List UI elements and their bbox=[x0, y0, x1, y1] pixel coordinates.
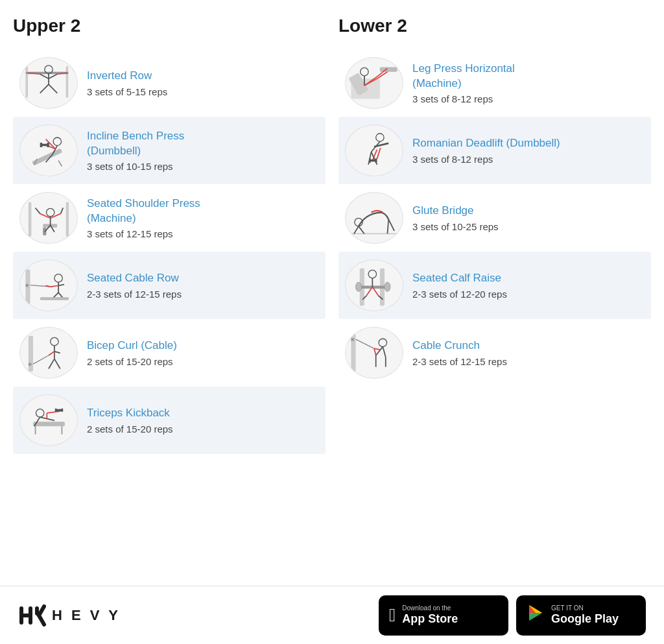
svg-line-5 bbox=[40, 74, 49, 78]
store-buttons:  Download on the App Store bbox=[379, 595, 646, 636]
exercise-leg-press: Leg Press Horizontal(Machine) 3 sets of … bbox=[338, 49, 651, 117]
exercise-shoulder-press: Seated Shoulder Press(Machine) 3 sets of… bbox=[13, 184, 326, 252]
glute-bridge-sets: 3 sets of 10-25 reps bbox=[412, 221, 499, 232]
glute-bridge-info: Glute Bridge 3 sets of 10-25 reps bbox=[412, 204, 499, 232]
svg-point-94 bbox=[385, 282, 390, 291]
app-store-text: Download on the App Store bbox=[402, 604, 458, 626]
svg-line-9 bbox=[40, 84, 49, 93]
inverted-row-name: Inverted Row bbox=[87, 69, 167, 83]
svg-line-41 bbox=[58, 285, 64, 286]
calf-raise-name: Seated Calf Raise bbox=[412, 271, 507, 285]
svg-rect-45 bbox=[29, 336, 33, 372]
svg-line-47 bbox=[33, 355, 49, 364]
left-exercise-list: Inverted Row 3 sets of 5-15 reps bbox=[13, 49, 326, 454]
romanian-deadlift-info: Romanian Deadlift (Dumbbell) 3 sets of 8… bbox=[412, 136, 560, 164]
svg-point-95 bbox=[368, 270, 376, 278]
svg-line-78 bbox=[377, 148, 380, 159]
app-store-button[interactable]:  Download on the App Store bbox=[379, 595, 508, 636]
incline-bench-image bbox=[19, 125, 78, 176]
leg-press-info: Leg Press Horizontal(Machine) 3 sets of … bbox=[412, 62, 515, 104]
glute-bridge-image bbox=[345, 192, 403, 244]
exercise-triceps-kickback: Triceps Kickback 2 sets of 15-20 reps bbox=[13, 387, 326, 454]
svg-rect-19 bbox=[40, 143, 43, 147]
svg-line-50 bbox=[49, 352, 54, 355]
svg-line-53 bbox=[54, 359, 60, 368]
svg-line-10 bbox=[49, 84, 57, 93]
inverted-row-info: Inverted Row 3 sets of 5-15 reps bbox=[87, 69, 167, 97]
romanian-deadlift-image bbox=[345, 125, 403, 176]
triceps-kickback-name: Triceps Kickback bbox=[87, 406, 173, 420]
main-container: Upper 2 bbox=[0, 0, 664, 644]
incline-bench-name: Incline Bench Press(Dumbbell) bbox=[87, 129, 184, 158]
svg-rect-11 bbox=[32, 148, 62, 165]
left-column: Upper 2 bbox=[13, 16, 326, 573]
google-play-main: Google Play bbox=[551, 612, 619, 626]
bicep-curl-name: Bicep Curl (Cable) bbox=[87, 339, 177, 353]
svg-point-104 bbox=[379, 339, 386, 346]
leg-press-sets: 3 sets of 8-12 reps bbox=[412, 93, 515, 104]
shoulder-press-sets: 3 sets of 12-15 reps bbox=[87, 228, 200, 239]
cable-row-info: Seated Cable Row 2-3 sets of 12-15 reps bbox=[87, 271, 182, 299]
exercise-bicep-curl: Bicep Curl (Cable) 2 sets of 15-20 reps bbox=[13, 319, 326, 387]
svg-rect-54 bbox=[33, 422, 65, 426]
svg-line-103 bbox=[356, 339, 374, 348]
svg-line-88 bbox=[354, 226, 359, 234]
svg-point-93 bbox=[356, 282, 362, 291]
calf-raise-info: Seated Calf Raise 2-3 sets of 12-20 reps bbox=[412, 271, 507, 299]
romanian-deadlift-name: Romanian Deadlift (Dumbbell) bbox=[412, 136, 560, 150]
content-area: Upper 2 bbox=[0, 0, 664, 586]
triceps-kickback-info: Triceps Kickback 2 sets of 15-20 reps bbox=[87, 406, 173, 434]
exercise-cable-row: Seated Cable Row 2-3 sets of 12-15 reps bbox=[13, 252, 326, 319]
hevy-logo-text: H E V Y bbox=[52, 607, 121, 624]
cable-crunch-info: Cable Crunch 2-3 sets of 12-15 reps bbox=[412, 339, 507, 366]
svg-point-37 bbox=[54, 274, 62, 282]
shoulder-press-image bbox=[19, 192, 78, 244]
exercise-cable-crunch: Cable Crunch 2-3 sets of 12-15 reps bbox=[338, 319, 651, 387]
svg-line-105 bbox=[376, 347, 383, 355]
google-play-button[interactable]: GET IT ON Google Play bbox=[516, 595, 646, 636]
cable-row-name: Seated Cable Row bbox=[87, 271, 182, 285]
svg-line-51 bbox=[54, 352, 60, 353]
exercise-glute-bridge: Glute Bridge 3 sets of 10-25 reps bbox=[338, 184, 651, 252]
svg-line-6 bbox=[49, 74, 57, 78]
svg-rect-46 bbox=[29, 363, 31, 366]
svg-rect-44 bbox=[40, 297, 69, 300]
google-play-text: GET IT ON Google Play bbox=[551, 604, 619, 626]
svg-line-31 bbox=[61, 208, 64, 213]
cable-crunch-name: Cable Crunch bbox=[412, 339, 507, 353]
svg-point-68 bbox=[361, 67, 368, 75]
hevy-logo: H E V Y bbox=[18, 604, 121, 627]
svg-line-87 bbox=[388, 219, 394, 231]
cable-crunch-sets: 2-3 sets of 12-15 reps bbox=[412, 356, 507, 367]
svg-line-106 bbox=[374, 348, 376, 355]
svg-rect-22 bbox=[29, 202, 31, 237]
svg-rect-0 bbox=[25, 66, 28, 98]
cable-row-image bbox=[19, 259, 78, 311]
right-column: Lower 2 bbox=[338, 16, 651, 573]
incline-bench-sets: 3 sets of 10-15 reps bbox=[87, 161, 184, 172]
svg-line-89 bbox=[359, 226, 364, 234]
svg-rect-1 bbox=[66, 66, 69, 98]
svg-rect-66 bbox=[380, 67, 397, 72]
leg-press-image bbox=[345, 57, 403, 109]
svg-rect-63 bbox=[62, 409, 64, 412]
bicep-curl-info: Bicep Curl (Cable) 2 sets of 15-20 reps bbox=[87, 339, 177, 366]
svg-rect-34 bbox=[25, 270, 30, 304]
shoulder-press-info: Seated Shoulder Press(Machine) 3 sets of… bbox=[87, 197, 200, 239]
bicep-curl-sets: 2 sets of 15-20 reps bbox=[87, 356, 177, 367]
svg-point-48 bbox=[51, 337, 58, 345]
google-play-sub: GET IT ON bbox=[551, 604, 619, 612]
calf-raise-image bbox=[345, 259, 403, 311]
svg-line-13 bbox=[58, 161, 62, 167]
bicep-curl-image bbox=[19, 327, 78, 379]
calf-raise-sets: 2-3 sets of 12-20 reps bbox=[412, 289, 507, 300]
svg-point-74 bbox=[376, 134, 384, 141]
svg-line-86 bbox=[387, 219, 388, 233]
svg-line-39 bbox=[51, 285, 58, 287]
inverted-row-image bbox=[19, 57, 78, 109]
romanian-deadlift-sets: 3 sets of 8-12 reps bbox=[412, 154, 560, 165]
leg-press-name: Leg Press Horizontal(Machine) bbox=[412, 62, 515, 90]
svg-line-108 bbox=[383, 347, 385, 357]
cable-row-sets: 2-3 sets of 12-15 reps bbox=[87, 289, 182, 300]
svg-line-60 bbox=[47, 411, 60, 413]
